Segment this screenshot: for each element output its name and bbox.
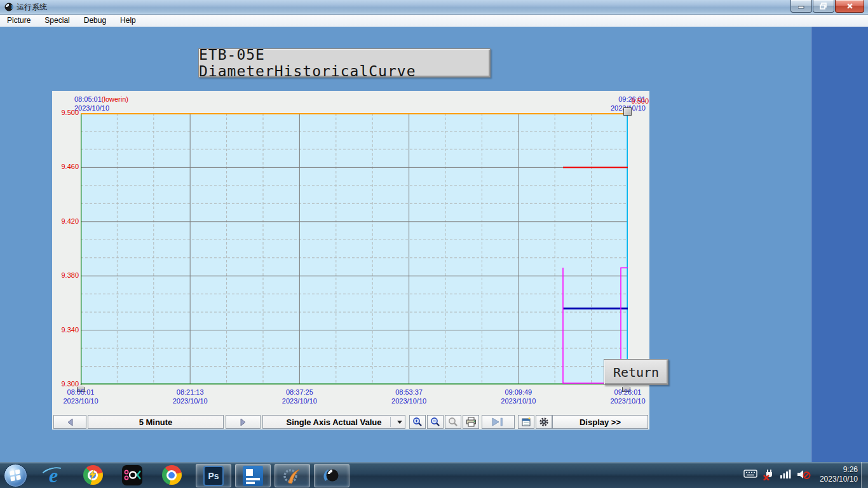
- taskbar-item-feather-app[interactable]: [275, 464, 310, 487]
- x-tick-date: 2023/10/10: [158, 396, 222, 405]
- chart-cursor-tag: (lowerin): [102, 95, 128, 103]
- report-icon: [521, 417, 531, 427]
- restore-button[interactable]: [813, 0, 834, 13]
- menu-item-special[interactable]: Special: [37, 15, 76, 27]
- x-tick-time: 08:37:25: [268, 388, 331, 396]
- window-titlebar: 运行系统: [0, 0, 868, 15]
- printer-icon: [466, 417, 477, 427]
- axis-mode-value: Single Axis Actual Value: [286, 417, 381, 427]
- x-tick-date: 2023/10/10: [487, 396, 550, 405]
- menu-item-help[interactable]: Help: [113, 15, 143, 27]
- black-app-icon: [122, 465, 142, 485]
- x-tick-date: 2023/10/10: [596, 396, 660, 405]
- zoom-reset-button[interactable]: [445, 415, 461, 429]
- taskbar-item-internet-explorer[interactable]: e: [39, 464, 67, 486]
- close-button[interactable]: [835, 0, 864, 13]
- clock-time: 9:26: [811, 465, 858, 475]
- play-pause-button[interactable]: [482, 415, 515, 429]
- taskbar-item-eye-app[interactable]: [314, 464, 349, 487]
- app-icon: [4, 3, 13, 11]
- x-tick-time: 09:09:49: [487, 388, 550, 396]
- display-toggle-label: Display >>: [580, 417, 621, 427]
- time-span-field[interactable]: 5 Minute: [88, 415, 224, 429]
- menu-bar: Picture Special Debug Help: [0, 15, 868, 27]
- time-span-label: 5 Minute: [139, 417, 173, 427]
- x-tick-date: 2023/10/10: [49, 396, 112, 405]
- x-axis-tick-label: 08:21:132023/10/10: [158, 388, 222, 405]
- x-tick-time: 08:53:37: [377, 388, 441, 396]
- chevron-down-icon: [397, 421, 402, 424]
- report-button[interactable]: [518, 415, 534, 429]
- y-axis-tick-label: 9.460: [55, 163, 79, 170]
- zoom-in-icon: [412, 417, 423, 427]
- return-button-label: Return: [613, 365, 659, 380]
- device-error-icon[interactable]: [763, 469, 775, 480]
- zoom-out-icon: [430, 417, 440, 427]
- zoom-reset-icon-disabled: [448, 417, 458, 427]
- y-axis-tick-label: 9.500: [55, 109, 79, 116]
- menu-item-picture[interactable]: Picture: [0, 15, 37, 27]
- dropdown-separator: [390, 417, 391, 427]
- plot-area[interactable]: [81, 113, 628, 384]
- app-client-area: ETB-05E DiameterHistoricalCurve 08:05:01…: [0, 27, 868, 462]
- clock-date: 2023/10/10: [811, 475, 858, 484]
- x-axis-tick-label: 09:26:012023/10/10: [596, 388, 660, 405]
- print-button[interactable]: [463, 415, 479, 429]
- settings-button[interactable]: [536, 415, 552, 429]
- zoom-out-button[interactable]: [427, 415, 444, 429]
- window-controls: [790, 0, 864, 12]
- x-tick-date: 2023/10/10: [377, 396, 441, 405]
- taskbar-item-black-app[interactable]: [118, 464, 146, 486]
- scroll-left-button[interactable]: [53, 415, 86, 429]
- trend-chart-panel: 08:05:01(lowerin) 2023/10/10 09:26:01 20…: [52, 91, 649, 430]
- start-button[interactable]: [4, 464, 27, 487]
- taskbar-item-layout-app[interactable]: [235, 464, 271, 487]
- page-title: ETB-05E DiameterHistoricalCurve: [199, 46, 490, 79]
- return-button[interactable]: Return: [604, 359, 668, 385]
- y-axis-tick-label: 9.340: [55, 326, 79, 334]
- x-axis-tick-label: 09:09:492023/10/10: [487, 388, 550, 405]
- photoshop-icon: Ps: [203, 466, 224, 486]
- volume-muted-icon[interactable]: [797, 469, 811, 480]
- keyboard-icon[interactable]: [743, 469, 757, 478]
- zoom-in-button[interactable]: [409, 415, 426, 429]
- gear-icon: [539, 417, 549, 427]
- page-title-plate: ETB-05E DiameterHistoricalCurve: [198, 48, 491, 78]
- minimize-button[interactable]: [790, 0, 812, 13]
- right-arrow-icon: [239, 418, 247, 426]
- display-toggle-button[interactable]: Display >>: [552, 415, 648, 429]
- show-desktop-button[interactable]: [861, 462, 868, 488]
- desktop: 运行系统 Picture Special Debug Help ETB-05E …: [0, 0, 868, 488]
- menu-item-debug[interactable]: Debug: [77, 15, 113, 27]
- feather-app-icon: [282, 466, 302, 486]
- taskbar-item-browser-bolt[interactable]: [79, 464, 107, 486]
- left-arrow-icon: [66, 418, 74, 426]
- window-title: 运行系统: [17, 2, 47, 13]
- x-axis-tick-label: 08:05:012023/10/10: [49, 388, 112, 405]
- x-tick-time: 08:21:13: [158, 388, 222, 396]
- network-signal-icon[interactable]: [780, 469, 791, 478]
- chrome-icon: [162, 465, 182, 485]
- windows-flag-icon: [10, 469, 21, 481]
- photoshop-badge: Ps: [208, 471, 219, 481]
- chart-start-date: 2023/10/10: [74, 104, 128, 112]
- cursor-handle-top-right[interactable]: [623, 107, 632, 116]
- ie-ring-icon: [39, 465, 65, 483]
- desktop-background-strip: [811, 27, 868, 462]
- axis-mode-dropdown[interactable]: Single Axis Actual Value: [262, 415, 405, 429]
- chart-start-time: 08:05:01: [74, 95, 102, 103]
- y-axis-tick-label: 9.300: [55, 380, 79, 388]
- scroll-right-button[interactable]: [226, 415, 261, 429]
- play-pause-icon: [491, 417, 505, 426]
- layout-app-icon: [243, 466, 263, 486]
- trend-curves: [81, 113, 628, 384]
- chart-start-header: 08:05:01(lowerin) 2023/10/10: [74, 95, 128, 112]
- taskbar-item-chrome[interactable]: [158, 464, 186, 486]
- taskbar-item-photoshop[interactable]: Ps: [196, 464, 231, 487]
- x-tick-time: 08:05:01: [49, 388, 112, 396]
- x-axis-tick-label: 08:53:372023/10/10: [377, 388, 441, 405]
- taskbar-clock[interactable]: 9:26 2023/10/10: [811, 465, 858, 484]
- y-axis-tick-label: 9.420: [55, 217, 79, 225]
- x-tick-date: 2023/10/10: [268, 396, 331, 405]
- x-axis-tick-label: 08:37:252023/10/10: [268, 388, 331, 405]
